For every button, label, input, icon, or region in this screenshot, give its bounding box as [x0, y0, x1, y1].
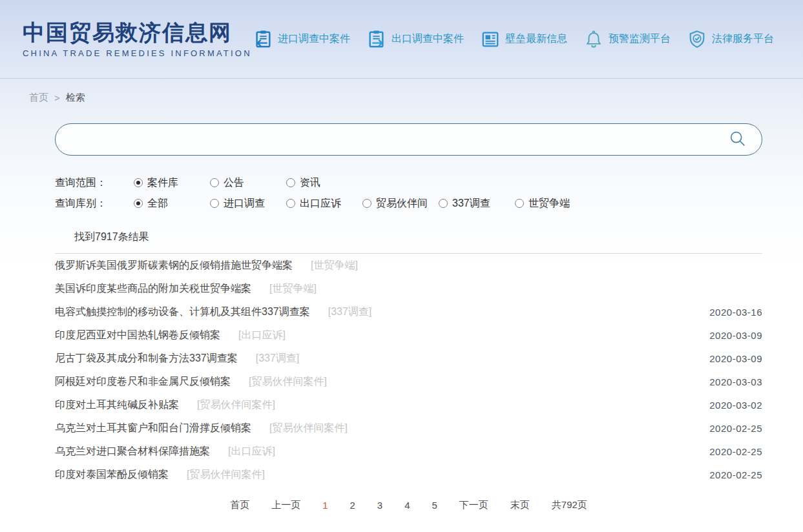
- nav-barrier-news[interactable]: 壁垒最新信息: [481, 30, 567, 49]
- shield-check-icon: [687, 30, 707, 49]
- result-date: 2020-03-16: [709, 307, 762, 318]
- nav-label: 进口调查中案件: [278, 32, 350, 46]
- result-title[interactable]: 印度对泰国苯酚反倾销案: [55, 468, 169, 482]
- result-date: 2020-03-03: [709, 376, 762, 387]
- result-tag: [337调查]: [328, 305, 372, 319]
- radio-label: 案件库: [147, 176, 178, 190]
- breadcrumb-home[interactable]: 首页: [29, 92, 48, 104]
- search-button[interactable]: [727, 129, 748, 150]
- result-date: 2020-03-09: [709, 330, 762, 341]
- filter-database-row: 查询库别： 全部 进口调查 出口应诉 贸易伙伴间 337调查: [55, 193, 762, 214]
- search-icon: [728, 141, 747, 150]
- results-summary: 找到7917条结果: [55, 230, 762, 254]
- result-tag: [贸易伙伴间案件]: [269, 422, 348, 435]
- pagination-total: 共792页: [552, 499, 587, 511]
- pagination-page-1[interactable]: 1: [322, 500, 328, 511]
- pagination-next[interactable]: 下一页: [459, 499, 488, 511]
- radio-option-export-response[interactable]: 出口应诉: [286, 197, 362, 210]
- pagination-page-2[interactable]: 2: [349, 500, 355, 511]
- radio-option-337[interactable]: 337调查: [439, 197, 515, 210]
- result-row[interactable]: 印度对泰国苯酚反倾销案 [贸易伙伴间案件] 2020-02-25: [55, 463, 762, 486]
- result-title[interactable]: 乌克兰对进口聚合材料保障措施案: [55, 445, 210, 458]
- result-title[interactable]: 尼古丁袋及其成分和制备方法337调查案: [55, 352, 238, 365]
- breadcrumb-separator: >: [54, 92, 60, 103]
- site-logo[interactable]: 中国贸易救济信息网 CHINA TRADE REMEDIES INFORMATI…: [23, 20, 252, 58]
- filter-database-label: 查询库别：: [55, 197, 134, 210]
- radio-icon: [362, 199, 371, 208]
- result-title[interactable]: 俄罗斯诉美国俄罗斯碳素钢的反倾销措施世贸争端案: [55, 259, 293, 272]
- radio-icon: [439, 199, 448, 208]
- nav-export-cases[interactable]: 出口调查中案件: [367, 30, 464, 49]
- result-row[interactable]: 美国诉印度某些商品的附加关税世贸争端案 [世贸争端]: [55, 277, 762, 300]
- radio-label: 公告: [224, 176, 244, 190]
- pagination: 首页 上一页 1 2 3 4 5 下一页 末页 共792页: [55, 499, 762, 511]
- nav-alert-platform[interactable]: 预警监测平台: [584, 30, 671, 49]
- radio-option-import-investigation[interactable]: 进口调查: [210, 197, 286, 210]
- pagination-page-4[interactable]: 4: [404, 500, 410, 511]
- filter-scope-row: 查询范围： 案件库 公告 资讯: [55, 172, 762, 193]
- nav-label: 出口调查中案件: [391, 32, 464, 46]
- result-row[interactable]: 印度尼西亚对中国热轧钢卷反倾销案 [出口应诉] 2020-03-09: [55, 323, 762, 347]
- radio-icon: [210, 178, 219, 187]
- site-title: 中国贸易救济信息网: [23, 20, 252, 45]
- radio-label: 进口调查: [224, 197, 265, 210]
- pagination-first[interactable]: 首页: [230, 499, 249, 511]
- nav-label: 壁垒最新信息: [505, 32, 567, 46]
- site-subtitle: CHINA TRADE REMEDIES INFORMATION: [23, 48, 252, 58]
- result-tag: [贸易伙伴间案件]: [187, 468, 265, 482]
- result-row[interactable]: 俄罗斯诉美国俄罗斯碳素钢的反倾销措施世贸争端案 [世贸争端]: [55, 254, 762, 277]
- pagination-last[interactable]: 末页: [510, 499, 530, 511]
- result-row[interactable]: 电容式触摸控制的移动设备、计算机及其组件337调查案 [337调查] 2020-…: [55, 300, 762, 323]
- radio-option-all[interactable]: 全部: [134, 197, 210, 210]
- radio-label: 世贸争端: [528, 197, 570, 210]
- pagination-page-5[interactable]: 5: [432, 500, 437, 511]
- result-title[interactable]: 乌克兰对土耳其窗户和阳台门滑撑反倾销案: [55, 422, 251, 435]
- nav-legal-platform[interactable]: 法律服务平台: [687, 30, 774, 49]
- radio-checked-icon: [134, 178, 143, 187]
- nav-label: 预警监测平台: [609, 32, 671, 46]
- results-list: 俄罗斯诉美国俄罗斯碳素钢的反倾销措施世贸争端案 [世贸争端] 美国诉印度某些商品…: [55, 254, 762, 486]
- radio-option-case-db[interactable]: 案件库: [134, 176, 210, 190]
- radio-label: 337调查: [452, 197, 490, 210]
- result-title[interactable]: 印度尼西亚对中国热轧钢卷反倾销案: [55, 329, 220, 342]
- radio-option-wto-disputes[interactable]: 世贸争端: [515, 197, 591, 210]
- pagination-page-3[interactable]: 3: [377, 500, 382, 511]
- radio-checked-icon: [134, 199, 143, 208]
- result-tag: [贸易伙伴间案件]: [197, 398, 275, 412]
- main-content: 查询范围： 案件库 公告 资讯 查询库别： 全部 进口调查: [55, 123, 762, 511]
- result-row[interactable]: 乌克兰对土耳其窗户和阳台门滑撑反倾销案 [贸易伙伴间案件] 2020-02-25: [55, 416, 762, 440]
- top-nav: 进口调查中案件 出口调查中案件: [253, 30, 774, 49]
- filter-scope-label: 查询范围：: [55, 176, 134, 190]
- pagination-prev[interactable]: 上一页: [271, 499, 300, 511]
- clipboard-import-icon: [253, 30, 273, 49]
- nav-import-cases[interactable]: 进口调查中案件: [253, 30, 350, 49]
- nav-label: 法律服务平台: [712, 32, 774, 46]
- result-row[interactable]: 印度对土耳其纯碱反补贴案 [贸易伙伴间案件] 2020-03-02: [55, 393, 762, 416]
- result-title[interactable]: 阿根廷对印度卷尺和非金属尺反倾销案: [55, 375, 231, 389]
- result-title[interactable]: 电容式触摸控制的移动设备、计算机及其组件337调查案: [55, 305, 310, 319]
- result-tag: [世贸争端]: [311, 259, 358, 272]
- radio-icon: [286, 178, 295, 187]
- clipboard-export-icon: [367, 30, 386, 49]
- result-title[interactable]: 美国诉印度某些商品的附加关税世贸争端案: [55, 282, 251, 296]
- breadcrumb-current: 检索: [66, 92, 85, 104]
- radio-label: 全部: [147, 197, 168, 210]
- radio-option-announcements[interactable]: 公告: [210, 176, 286, 190]
- result-title[interactable]: 印度对土耳其纯碱反补贴案: [55, 398, 179, 412]
- result-date: 2020-02-25: [709, 423, 762, 434]
- search-filters: 查询范围： 案件库 公告 资讯 查询库别： 全部 进口调查: [55, 172, 762, 214]
- result-date: 2020-02-25: [709, 446, 762, 457]
- search-input[interactable]: [55, 123, 762, 156]
- result-tag: [贸易伙伴间案件]: [249, 375, 327, 389]
- result-row[interactable]: 尼古丁袋及其成分和制备方法337调查案 [337调查] 2020-03-09: [55, 347, 762, 370]
- news-icon: [481, 30, 500, 49]
- radio-label: 贸易伙伴间: [376, 197, 428, 210]
- result-tag: [出口应诉]: [238, 329, 286, 342]
- result-row[interactable]: 阿根廷对印度卷尺和非金属尺反倾销案 [贸易伙伴间案件] 2020-03-03: [55, 370, 762, 393]
- result-row[interactable]: 乌克兰对进口聚合材料保障措施案 [出口应诉] 2020-02-25: [55, 440, 762, 463]
- radio-icon: [210, 199, 219, 208]
- radio-option-news[interactable]: 资讯: [286, 176, 362, 190]
- search-bar: [55, 123, 762, 156]
- radio-option-trade-partners[interactable]: 贸易伙伴间: [362, 197, 439, 210]
- radio-label: 出口应诉: [300, 197, 341, 210]
